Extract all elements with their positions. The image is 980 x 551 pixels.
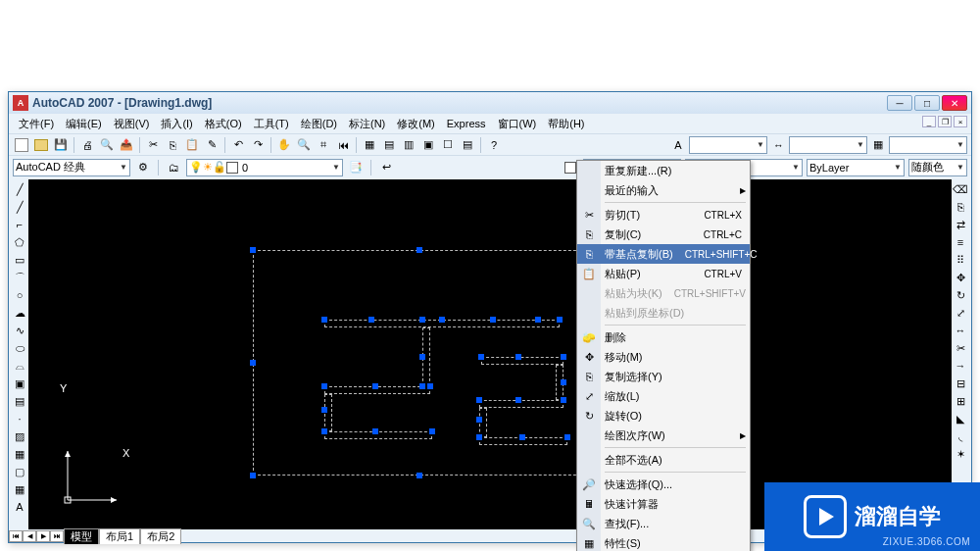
selection-grip[interactable]: [439, 317, 445, 323]
erase-tool[interactable]: ⌫: [953, 181, 968, 197]
extend-tool[interactable]: →: [953, 358, 968, 374]
zoom-prev-button[interactable]: ⏮: [334, 136, 352, 154]
context-menu-item[interactable]: 全部不选(A): [577, 450, 750, 470]
textstyle-dropdown[interactable]: ▼: [689, 136, 767, 154]
calc-button[interactable]: ▤: [459, 136, 476, 154]
rectangle-tool[interactable]: ▭: [12, 252, 27, 268]
workspace-settings-button[interactable]: ⚙: [134, 159, 152, 176]
selection-grip[interactable]: [419, 383, 425, 389]
selection-grip[interactable]: [250, 360, 256, 366]
context-menu-item[interactable]: ⎘复制选择(Y): [577, 367, 750, 386]
selection-grip[interactable]: [476, 434, 482, 440]
context-menu-item[interactable]: ⎘复制(C)CTRL+C: [577, 225, 750, 244]
ellipse-tool[interactable]: ⬭: [12, 340, 27, 356]
pan-button[interactable]: ✋: [275, 136, 293, 154]
offset-tool[interactable]: ≡: [953, 234, 968, 250]
context-menu-item[interactable]: 重复新建...(R): [577, 161, 750, 180]
copy-button[interactable]: ⎘: [164, 136, 181, 154]
selection-grip[interactable]: [250, 473, 256, 478]
undo-button[interactable]: ↶: [229, 136, 247, 154]
tab-prev-button[interactable]: ◀: [23, 530, 36, 542]
tab-model[interactable]: 模型: [64, 528, 99, 544]
context-menu-item[interactable]: ⤢缩放(L): [577, 386, 750, 406]
context-menu-item[interactable]: 🖩快速计算器: [577, 494, 750, 514]
context-menu-item[interactable]: 📋粘贴(P)CTRL+V: [577, 264, 750, 283]
doc-restore-button[interactable]: ❐: [938, 116, 952, 127]
context-menu-item[interactable]: 最近的输入▶: [577, 180, 750, 200]
context-menu-item[interactable]: 🔎快速选择(Q)...: [577, 475, 750, 494]
context-menu-item[interactable]: ⎘带基点复制(B)CTRL+SHIFT+C: [577, 244, 750, 264]
join-tool[interactable]: ⊞: [953, 393, 968, 409]
trim-tool[interactable]: ✂: [953, 340, 968, 356]
context-menu-item[interactable]: 🧽删除: [577, 327, 750, 347]
selection-grip[interactable]: [476, 417, 482, 423]
selection-grip[interactable]: [561, 354, 566, 360]
maximize-button[interactable]: □: [914, 95, 940, 111]
selection-grip[interactable]: [372, 428, 378, 434]
context-menu-item[interactable]: 🔍查找(F)...: [577, 514, 750, 533]
selection-grip[interactable]: [519, 434, 525, 440]
workspace-dropdown[interactable]: AutoCAD 经典▼: [13, 159, 130, 176]
context-menu-item[interactable]: ✥移动(M): [577, 347, 750, 367]
menu-help[interactable]: 帮助(H): [542, 115, 590, 133]
hatch-tool[interactable]: ▨: [12, 428, 27, 444]
table-tool[interactable]: ▦: [12, 481, 27, 497]
break-tool[interactable]: ⊟: [953, 376, 968, 391]
ellipsearc-tool[interactable]: ⌓: [12, 358, 27, 374]
selection-grip[interactable]: [561, 397, 566, 403]
tab-layout2[interactable]: 布局2: [140, 528, 181, 544]
properties-button[interactable]: ▦: [361, 136, 378, 154]
circle-tool[interactable]: ○: [12, 287, 27, 303]
paste-button[interactable]: 📋: [183, 136, 201, 154]
gradient-tool[interactable]: ▦: [12, 446, 27, 462]
xline-tool[interactable]: ╱: [12, 199, 27, 215]
tab-layout1[interactable]: 布局1: [99, 528, 140, 544]
new-button[interactable]: [13, 136, 30, 154]
selection-grip[interactable]: [419, 317, 425, 323]
layer-manager-button[interactable]: 🗂: [165, 159, 182, 176]
drawing-area[interactable]: X Y: [28, 179, 952, 529]
plotstyle-dropdown[interactable]: 随颜色▼: [908, 159, 967, 176]
selection-grip[interactable]: [478, 354, 484, 360]
selection-grip[interactable]: [368, 317, 374, 323]
menu-format[interactable]: 格式(O): [199, 115, 248, 133]
context-menu-item[interactable]: 绘图次序(W)▶: [577, 426, 750, 445]
menu-file[interactable]: 文件(F): [13, 115, 60, 133]
dc-button[interactable]: ▤: [380, 136, 398, 154]
selection-grip[interactable]: [561, 379, 566, 385]
selection-grip[interactable]: [535, 317, 541, 323]
mtext-tool[interactable]: A: [12, 499, 27, 515]
layer-states-button[interactable]: 📑: [347, 159, 365, 176]
close-button[interactable]: ✕: [942, 95, 967, 111]
move-tool[interactable]: ✥: [953, 270, 968, 285]
doc-close-button[interactable]: ×: [954, 116, 967, 127]
line-tool[interactable]: ╱: [12, 181, 27, 197]
tablestyle-dropdown[interactable]: ▼: [889, 136, 967, 154]
menu-view[interactable]: 视图(V): [108, 115, 156, 133]
cut-button[interactable]: ✂: [144, 136, 162, 154]
selection-grip[interactable]: [564, 434, 570, 440]
help-button[interactable]: ?: [485, 136, 503, 154]
point-tool[interactable]: ·: [12, 411, 27, 426]
selection-grip[interactable]: [321, 428, 327, 434]
selection-grip[interactable]: [427, 383, 433, 389]
selection-grip[interactable]: [419, 354, 425, 360]
zoom-rt-button[interactable]: 🔍: [295, 136, 313, 154]
stretch-tool[interactable]: ↔: [953, 323, 968, 338]
selection-grip[interactable]: [321, 317, 327, 323]
selection-grip[interactable]: [476, 397, 482, 403]
layer-prev-button[interactable]: ↩: [377, 159, 395, 176]
minimize-button[interactable]: ─: [887, 95, 912, 111]
selection-grip[interactable]: [372, 383, 378, 389]
zoom-window-button[interactable]: ⌗: [315, 136, 332, 154]
tablestyle-icon[interactable]: ▦: [869, 136, 887, 154]
region-tool[interactable]: ▢: [12, 464, 27, 479]
tab-last-button[interactable]: ⏭: [50, 530, 64, 542]
selection-grip[interactable]: [515, 397, 521, 403]
print-button[interactable]: 🖨: [78, 136, 96, 154]
tab-next-button[interactable]: ▶: [36, 530, 50, 542]
spline-tool[interactable]: ∿: [12, 323, 27, 338]
tp-button[interactable]: ▥: [400, 136, 417, 154]
matchprop-button[interactable]: ✎: [203, 136, 220, 154]
arc-tool[interactable]: ⌒: [12, 270, 27, 285]
